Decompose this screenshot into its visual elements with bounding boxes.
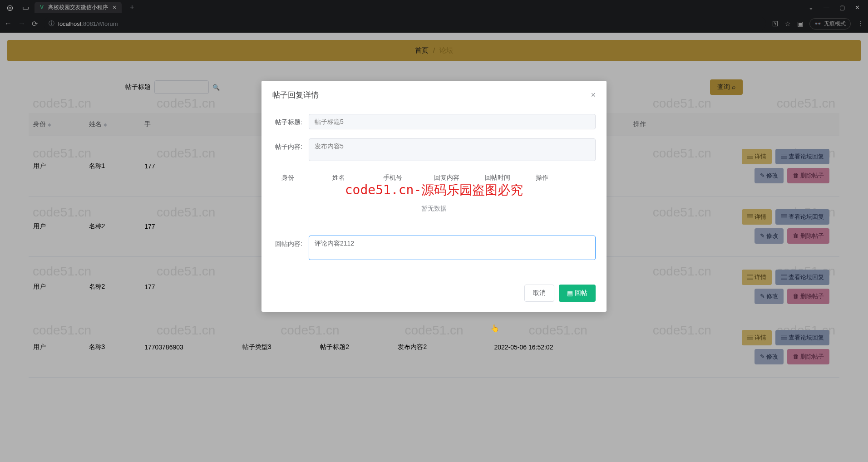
reply-content-label: 回帖内容: xyxy=(272,236,309,252)
submit-button[interactable]: ▤ 回帖 xyxy=(559,285,596,302)
reply-icon: ▤ xyxy=(567,290,573,297)
close-icon[interactable]: × xyxy=(591,90,596,100)
empty-placeholder: 暂无数据 xyxy=(272,187,596,236)
post-title-label: 帖子标题: xyxy=(272,114,309,130)
modal-title: 帖子回复详情 xyxy=(272,90,319,100)
post-content-field xyxy=(309,138,596,161)
reply-detail-modal: 帖子回复详情 × 帖子标题: 帖子内容: 身份 姓名 手机号 回复内容 回帖时间… xyxy=(261,81,607,312)
modal-mask[interactable]: 帖子回复详情 × 帖子标题: 帖子内容: 身份 姓名 手机号 回复内容 回帖时间… xyxy=(0,0,868,462)
post-content-label: 帖子内容: xyxy=(272,138,309,155)
cancel-button[interactable]: 取消 xyxy=(524,285,554,302)
post-title-field xyxy=(309,114,596,129)
reply-content-input[interactable] xyxy=(309,236,596,260)
inner-table-header: 身份 姓名 手机号 回复内容 回帖时间 操作 xyxy=(272,169,596,187)
